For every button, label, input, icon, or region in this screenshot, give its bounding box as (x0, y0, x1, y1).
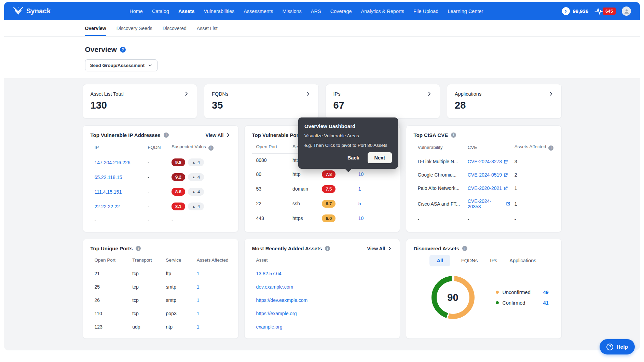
confirmed-count-link[interactable]: 41 (543, 300, 549, 306)
back-button[interactable]: Back (347, 155, 359, 161)
mini-tab-applications[interactable]: Applications (508, 255, 537, 266)
asset-link[interactable]: dev.example.com (256, 284, 293, 290)
page-help-icon[interactable]: ? (120, 47, 126, 53)
col-open-port: Open Port (252, 141, 289, 154)
tab-discovery-seeds[interactable]: Discovery Seeds (117, 20, 152, 36)
chevron-right-icon[interactable] (548, 91, 554, 97)
cve-link[interactable]: CVE-2024-20353 (468, 198, 510, 209)
triangle-icon: ▲ (192, 190, 195, 194)
nav-right: 99,936 645 (562, 6, 631, 16)
nav-item-missions[interactable]: Missions (282, 9, 301, 14)
cve-link[interactable]: CVE-2024-3273 (468, 159, 508, 164)
assets-affected-link[interactable]: 10 (358, 215, 364, 221)
mini-tab-all[interactable]: All (429, 255, 450, 266)
info-icon[interactable]: i (451, 133, 456, 138)
external-link-icon (504, 186, 508, 191)
view-all-link[interactable]: View All (367, 246, 392, 251)
triangle-icon: ▲ (192, 176, 195, 179)
stat-card-ips[interactable]: IPs 67 (326, 84, 440, 119)
nav-item-coverage[interactable]: Coverage (330, 9, 352, 14)
chevron-right-icon[interactable] (183, 91, 189, 97)
assets-affected-link[interactable]: 5 (358, 201, 361, 206)
nav-item-ars[interactable]: ARS (311, 9, 321, 14)
view-all-link[interactable]: View All (206, 133, 231, 138)
severity-pill: 7.8 (322, 170, 335, 178)
avatar[interactable] (622, 6, 631, 16)
stats-row: Asset List Total 130 FQDNs 35 IPs (83, 84, 562, 119)
nav-item-learning-center[interactable]: Learning Center (448, 9, 483, 14)
stat-card-fqdns[interactable]: FQDNs 35 (204, 84, 319, 119)
assets-affected-link[interactable]: 10 (358, 171, 364, 177)
nav-item-assets[interactable]: Assets (178, 9, 195, 14)
assets-affected-link[interactable]: 1 (197, 297, 200, 303)
vuln-count-pill: ▲4 (188, 188, 204, 196)
tab-overview[interactable]: Overview (85, 20, 106, 36)
credits-counter[interactable]: 99,936 (562, 7, 588, 15)
mini-tab-fqdns[interactable]: FQDNs (460, 255, 479, 266)
assets-affected-link[interactable]: 1 (358, 186, 361, 192)
donut-legend: Unconfirmed 49 Confirmed 41 (496, 290, 549, 306)
assets-affected-link[interactable]: 1 (197, 284, 200, 290)
chevron-down-icon (148, 63, 152, 68)
tooltip-title: Overview Dashboard (304, 123, 392, 129)
assets-affected-link[interactable]: 1 (197, 311, 200, 316)
chevron-right-icon[interactable] (426, 91, 432, 97)
col-assets-affected: Assets Affected (193, 254, 231, 267)
cve-link[interactable]: CVE-2020-2021 (468, 185, 508, 191)
table-row: https://dev.eaxmple.com (252, 294, 392, 307)
alerts-badge: 645 (603, 8, 616, 15)
assets-affected-link[interactable]: 1 (197, 324, 200, 330)
info-icon[interactable]: i (136, 246, 141, 251)
asset-link[interactable]: example.org (256, 324, 283, 330)
chevron-right-icon[interactable] (305, 91, 311, 97)
mini-tab-ips[interactable]: IPs (489, 255, 498, 266)
ip-link[interactable]: 22.22.22.22 (95, 204, 120, 209)
tab-asset-list[interactable]: Asset List (197, 20, 218, 36)
cve-link[interactable]: CVE-2024-0519 (468, 172, 508, 178)
ip-link[interactable]: 147.204.216.226 (95, 160, 131, 165)
credits-value: 99,936 (573, 8, 588, 14)
stat-card-asset-list-total[interactable]: Asset List Total 130 (83, 84, 197, 119)
seed-group-dropdown[interactable]: Seed Group/Assessment (85, 59, 158, 71)
nav-item-home[interactable]: Home (129, 9, 143, 14)
alerts-indicator[interactable]: 645 (594, 8, 616, 15)
view-all-label: View All (367, 246, 385, 251)
table-row: 22.22.22.22 - 8.1▲4 (91, 199, 231, 214)
col-ip: IP (91, 141, 144, 155)
table-row: 22 ssh 6.7 5 (252, 196, 392, 211)
nav-item-file-upload[interactable]: File Upload (413, 9, 438, 14)
nav-item-analytics-reports[interactable]: Analytics & Reports (361, 9, 405, 14)
nav-item-assessments[interactable]: Assessments (244, 9, 273, 14)
brand[interactable]: Synack (13, 6, 51, 16)
ip-link[interactable]: 111.4.15.151 (95, 189, 122, 195)
nav-item-vulnerabilities[interactable]: Vulnerabilities (204, 9, 234, 14)
table-row: - - - (91, 214, 231, 227)
next-button[interactable]: Next (368, 152, 392, 163)
tooltip-line: Visualize Vulnerable Areas (304, 133, 392, 138)
confirmed-dot-icon (496, 301, 499, 304)
ip-link[interactable]: 65.22.118.15 (95, 175, 122, 180)
info-icon[interactable]: i (462, 246, 467, 251)
discovered-assets-tabs: All FQDNs IPs Applications (414, 255, 554, 266)
unconfirmed-count-link[interactable]: 49 (543, 290, 549, 295)
view-all-label: View All (206, 133, 224, 138)
asset-link[interactable]: https://dev.eaxmple.com (256, 297, 308, 303)
severity-pill: 8.1 (172, 203, 185, 210)
help-button[interactable]: ? Help (600, 339, 635, 354)
assets-affected-link[interactable]: 1 (197, 271, 200, 276)
tooltip-line: e.g. Then Click to pivot to Port 80 Asse… (304, 143, 392, 148)
info-icon[interactable]: i (164, 133, 169, 138)
vuln-count-pill: ▲4 (188, 158, 204, 166)
info-icon[interactable]: i (208, 145, 214, 151)
col-cve: CVE (464, 141, 510, 155)
recent-assets-table: Asset 13.82.57.64 dev.example.com https:… (252, 254, 392, 334)
stat-card-applications[interactable]: Applications 28 (447, 84, 562, 119)
stat-value: 35 (212, 100, 311, 111)
info-icon[interactable]: i (548, 145, 553, 151)
nav-item-catalog[interactable]: Catalog (152, 9, 169, 14)
tab-discovered[interactable]: Discovered (163, 20, 187, 36)
card-top-cisa-cve: Top CISA CVE i Vulnerability CVE Assets … (406, 125, 562, 232)
info-icon[interactable]: i (325, 246, 330, 251)
asset-link[interactable]: https://example.org (256, 311, 297, 316)
asset-link[interactable]: 13.82.57.64 (256, 271, 282, 276)
